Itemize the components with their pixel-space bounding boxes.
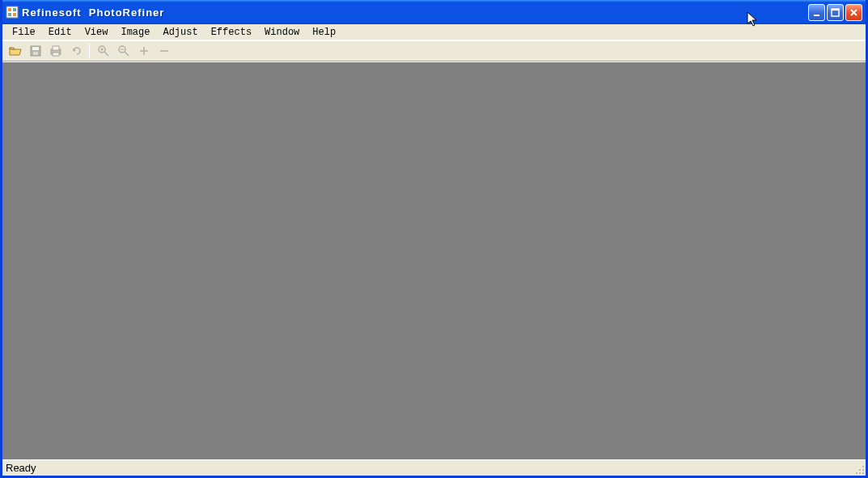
status-text: Ready [6,462,36,474]
zoom-in-icon [97,44,110,57]
menu-help[interactable]: Help [306,25,342,40]
svg-rect-10 [33,52,38,55]
svg-rect-4 [13,13,16,16]
menu-effects[interactable]: Effects [205,25,258,40]
titlebar[interactable]: Refinesoft PhotoRefiner [2,0,866,24]
svg-rect-9 [32,47,39,50]
svg-point-25 [859,469,861,471]
undo-icon [70,44,83,57]
minus-icon [158,44,171,57]
workspace [2,61,866,459]
plus-button[interactable] [134,42,153,60]
open-folder-icon [9,44,22,57]
zoom-in-button[interactable] [94,42,112,60]
menu-adjust[interactable]: Adjust [156,25,204,40]
print-button[interactable] [46,42,65,60]
plus-icon [138,44,150,57]
svg-rect-1 [8,8,11,11]
minimize-button[interactable] [808,4,825,21]
svg-point-26 [862,469,864,471]
save-icon [29,44,42,57]
window-title: Refinesoft PhotoRefiner [22,6,808,19]
menubar: File Edit View Image Adjust Effects Wind… [2,24,866,40]
statusbar: Ready [2,459,866,476]
application-window: Refinesoft PhotoRefiner File Edit View I… [0,0,868,478]
toolbar [2,40,866,61]
open-button[interactable] [6,42,24,60]
menu-window[interactable]: Window [258,25,306,40]
menu-edit[interactable]: Edit [42,25,78,40]
resize-grip[interactable] [853,463,866,476]
toolbar-separator [89,44,90,58]
zoom-out-icon [117,44,130,57]
app-icon [6,6,19,19]
print-icon [49,44,62,57]
menu-image[interactable]: Image [114,25,156,40]
undo-button[interactable] [66,42,85,60]
svg-rect-3 [8,13,11,16]
svg-rect-2 [13,8,16,11]
maximize-button[interactable] [827,4,844,21]
menu-file[interactable]: File [6,25,42,40]
svg-point-27 [856,472,857,474]
menu-view[interactable]: View [78,25,115,40]
close-button[interactable] [845,4,862,21]
svg-point-28 [859,472,861,474]
svg-point-29 [862,472,864,474]
save-button[interactable] [26,42,44,60]
svg-line-19 [125,52,129,56]
zoom-out-button[interactable] [114,42,133,60]
svg-point-24 [862,466,864,467]
svg-rect-12 [53,46,59,50]
minus-button[interactable] [155,42,173,60]
window-controls [808,4,862,21]
svg-rect-13 [53,53,59,56]
svg-rect-5 [814,15,819,16]
svg-line-15 [104,52,108,56]
svg-rect-7 [832,9,839,11]
